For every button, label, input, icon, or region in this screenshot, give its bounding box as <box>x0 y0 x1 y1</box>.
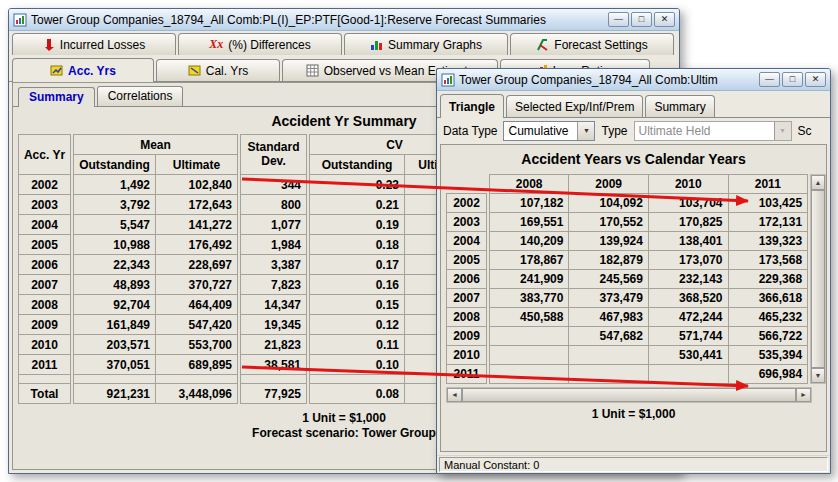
total-label: Total <box>19 384 71 404</box>
value-cell: 366,618 <box>728 289 808 308</box>
tab-percent-differences[interactable]: Xx (%) Differences <box>178 33 342 55</box>
value-cell: 229,368 <box>728 270 808 289</box>
value-cell: 170,825 <box>648 213 728 232</box>
tab-label: Forecast Settings <box>554 38 647 52</box>
cal-year-header: 2008 <box>489 175 569 194</box>
std-cell: 21,823 <box>241 335 307 355</box>
std-line1: Standard <box>243 141 304 155</box>
window1-title: Tower Group Companies_18794_All Comb:PL(… <box>31 13 604 27</box>
window2-titlebar[interactable]: Tower Group Companies_18794_All Comb:Ult… <box>437 69 830 91</box>
table-row: 20021,492102,8403440.23 <box>19 175 480 195</box>
acc-year: 2008 <box>447 308 487 327</box>
total-ultimate: 3,448,096 <box>156 384 238 404</box>
std-cell: 38,581 <box>241 355 307 375</box>
value-cell: 368,520 <box>648 289 728 308</box>
blank-cell <box>569 346 649 365</box>
percent-differences-icon: Xx <box>209 37 223 52</box>
value-cell: 140,209 <box>489 232 569 251</box>
blank-cell <box>569 365 649 384</box>
close-icon[interactable]: ✕ <box>805 72 826 87</box>
blank-cell <box>489 327 569 346</box>
minimize-icon[interactable]: — <box>608 12 629 27</box>
data-type-select[interactable]: Cumulative ▼ <box>503 121 595 141</box>
scroll-down-icon[interactable]: ▼ <box>811 368 825 383</box>
outstanding-cell: 48,893 <box>74 275 156 295</box>
gap-cell <box>74 375 156 384</box>
tab-acc-yrs[interactable]: Acc. Yrs <box>12 58 154 82</box>
vertical-scrollbar[interactable]: ▲ ▼ <box>810 174 826 384</box>
value-cell: 104,092 <box>569 194 649 213</box>
minimize-icon[interactable]: — <box>759 72 780 87</box>
cv-cell: 0.18 <box>310 235 405 255</box>
cal-year-header-row: 2008 2009 2010 2011 <box>447 175 808 194</box>
type-value: Ultimate Held <box>635 124 774 138</box>
type-select[interactable]: Ultimate Held ▼ <box>634 121 792 141</box>
col-header-acc-yr: Acc. Yr <box>19 135 71 175</box>
acc-year: 2002 <box>447 194 487 213</box>
outstanding-cell: 1,492 <box>74 175 156 195</box>
cal-year-header: 2009 <box>569 175 649 194</box>
outstanding-cell: 5,547 <box>74 215 156 235</box>
tab-summary-graphs[interactable]: Summary Graphs <box>344 33 508 55</box>
triangle-row: 2008450,588467,983472,244465,232 <box>447 308 808 327</box>
subtab-summary[interactable]: Summary <box>18 87 95 107</box>
vertical-scrollbar-thumb[interactable] <box>811 190 825 368</box>
acc-year: 2003 <box>447 213 487 232</box>
table-row: 200622,343228,6973,3870.17 <box>19 255 480 275</box>
cv-cell: 0.11 <box>310 335 405 355</box>
acc-year: 2007 <box>19 275 71 295</box>
acc-year: 2002 <box>19 175 71 195</box>
ultimate-cell: 370,727 <box>156 275 238 295</box>
acc-year: 2011 <box>447 365 487 384</box>
scroll-left-icon[interactable]: ◄ <box>447 388 462 402</box>
cv-cell: 0.17 <box>310 255 405 275</box>
ultimate-cell: 102,840 <box>156 175 238 195</box>
value-cell: 107,182 <box>489 194 569 213</box>
cal-yrs-icon <box>188 64 201 77</box>
horizontal-scrollbar[interactable]: ◄ ► <box>446 387 812 403</box>
maximize-icon[interactable]: □ <box>782 72 803 87</box>
gap-cell <box>310 375 405 384</box>
cv-cell: 0.12 <box>310 315 405 335</box>
tab-label: Acc. Yrs <box>68 64 116 78</box>
data-type-label: Data Type <box>443 124 497 138</box>
total-outstanding: 921,231 <box>74 384 156 404</box>
acc-year: 2010 <box>447 346 487 365</box>
incurred-losses-icon <box>43 38 55 52</box>
tab-label: Incurred Losses <box>60 38 145 52</box>
horizontal-scrollbar-thumb[interactable] <box>462 388 796 402</box>
tab-triangle[interactable]: Triangle <box>440 94 504 118</box>
acc-year: 2011 <box>19 355 71 375</box>
outstanding-cell: 22,343 <box>74 255 156 275</box>
value-cell: 383,770 <box>489 289 569 308</box>
forecast-settings-icon <box>536 38 549 51</box>
acc-year: 2010 <box>19 335 71 355</box>
value-cell: 472,244 <box>648 308 728 327</box>
maximize-icon[interactable]: □ <box>631 12 652 27</box>
value-cell: 241,909 <box>489 270 569 289</box>
tab-selected-exp-inf-prem[interactable]: Selected Exp/Inf/Prem <box>506 95 643 117</box>
data-type-value: Cumulative <box>504 124 577 138</box>
col-header-cv-outstanding: Outstanding <box>310 155 405 175</box>
triangle-row: 2010530,441535,394 <box>447 346 808 365</box>
tab-forecast-settings[interactable]: Forecast Settings <box>510 33 674 55</box>
chevron-down-icon[interactable]: ▼ <box>577 122 594 140</box>
subtab-correlations[interactable]: Correlations <box>97 86 184 106</box>
acc-yrs-icon <box>50 64 63 77</box>
tab-label: (%) Differences <box>228 38 310 52</box>
value-cell: 465,232 <box>728 308 808 327</box>
tab-incurred-losses[interactable]: Incurred Losses <box>12 33 176 55</box>
tab-summary[interactable]: Summary <box>645 95 714 117</box>
triangle-tab-row: Triangle Selected Exp/Inf/Prem Summary <box>437 91 830 118</box>
total-std: 77,925 <box>241 384 307 404</box>
triangle-grid-area: 2008 2009 2010 2011 2002107,182104,09210… <box>441 174 826 384</box>
value-cell: 139,323 <box>728 232 808 251</box>
type-label: Type <box>601 124 627 138</box>
window1-titlebar[interactable]: Tower Group Companies_18794_All Comb:PL(… <box>9 9 679 31</box>
scroll-right-icon[interactable]: ► <box>796 388 811 402</box>
scroll-up-icon[interactable]: ▲ <box>811 175 825 190</box>
ultimate-cell: 464,409 <box>156 295 238 315</box>
corner-cell <box>447 175 490 194</box>
close-icon[interactable]: ✕ <box>654 12 675 27</box>
tab-cal-yrs[interactable]: Cal. Yrs <box>156 59 280 81</box>
